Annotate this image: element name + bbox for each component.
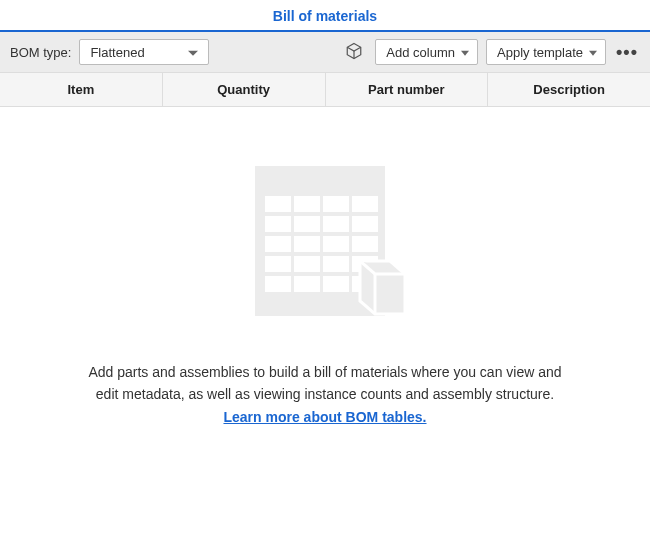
svg-rect-3 — [323, 196, 349, 212]
empty-state-text: Add parts and assemblies to build a bill… — [88, 364, 561, 402]
ellipsis-icon: ••• — [616, 42, 638, 63]
svg-rect-10 — [294, 236, 320, 252]
svg-rect-14 — [294, 256, 320, 272]
empty-state: Add parts and assemblies to build a bill… — [0, 107, 650, 468]
svg-rect-8 — [352, 216, 378, 232]
svg-rect-15 — [323, 256, 349, 272]
panel-title: Bill of materials — [273, 8, 377, 24]
svg-rect-1 — [265, 196, 291, 212]
column-header-description[interactable]: Description — [488, 73, 650, 106]
svg-rect-7 — [323, 216, 349, 232]
empty-state-message: Add parts and assemblies to build a bill… — [85, 361, 565, 428]
apply-template-button[interactable]: Apply template — [486, 39, 606, 65]
apply-template-label: Apply template — [497, 45, 583, 60]
bom-table-icon — [225, 156, 425, 339]
add-column-label: Add column — [386, 45, 455, 60]
panel-header-tab[interactable]: Bill of materials — [0, 0, 650, 32]
column-header-part-number[interactable]: Part number — [326, 73, 489, 106]
bom-type-label: BOM type: — [10, 45, 71, 60]
svg-rect-17 — [265, 276, 291, 292]
svg-rect-5 — [265, 216, 291, 232]
svg-rect-6 — [294, 216, 320, 232]
svg-rect-12 — [352, 236, 378, 252]
svg-rect-13 — [265, 256, 291, 272]
svg-rect-2 — [294, 196, 320, 212]
empty-state-illustration — [225, 157, 425, 337]
svg-rect-18 — [294, 276, 320, 292]
bom-type-select[interactable]: Flattened — [79, 39, 209, 65]
bom-type-value: Flattened — [90, 45, 144, 60]
cube-icon-button[interactable] — [341, 39, 367, 65]
svg-rect-4 — [352, 196, 378, 212]
svg-rect-11 — [323, 236, 349, 252]
table-column-headers: Item Quantity Part number Description — [0, 73, 650, 107]
svg-rect-9 — [265, 236, 291, 252]
add-column-button[interactable]: Add column — [375, 39, 478, 65]
bom-toolbar: BOM type: Flattened Add column Apply tem… — [0, 32, 650, 73]
cube-icon — [345, 42, 363, 63]
column-header-quantity[interactable]: Quantity — [163, 73, 326, 106]
overflow-menu-button[interactable]: ••• — [614, 39, 640, 65]
learn-more-link[interactable]: Learn more about BOM tables. — [223, 409, 426, 425]
svg-rect-19 — [323, 276, 349, 292]
column-header-item[interactable]: Item — [0, 73, 163, 106]
